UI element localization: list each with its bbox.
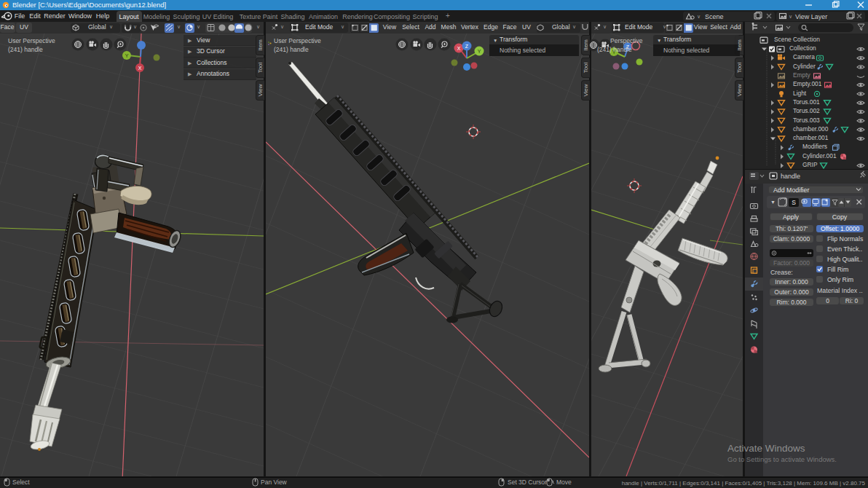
svg-text:Y: Y [478,49,481,54]
svg-text:X: X [457,46,461,51]
svg-text:Y: Y [125,53,129,58]
svg-text:Z: Z [465,44,469,49]
svg-text:X: X [138,66,142,71]
